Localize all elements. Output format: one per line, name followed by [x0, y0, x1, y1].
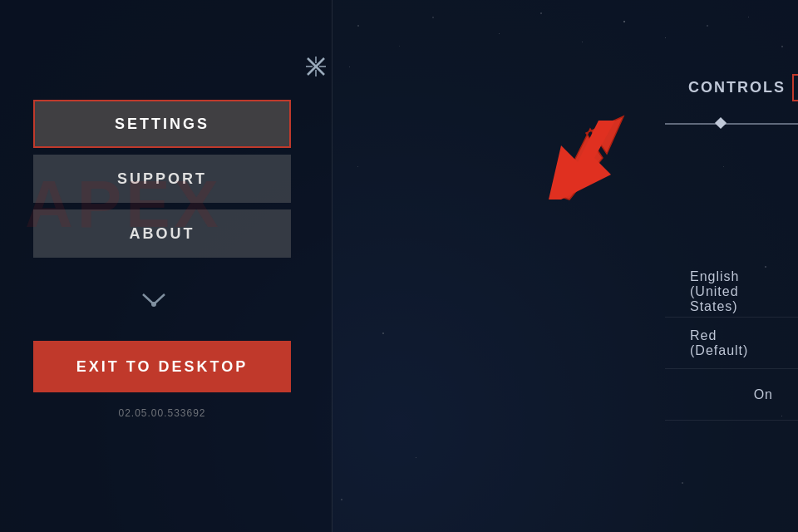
toggle-value: On [754, 387, 773, 402]
exit-to-desktop-button[interactable]: EXIT TO DESKTOP [33, 341, 291, 392]
tab-line [665, 123, 798, 125]
left-panel: APEX SETTINGS SUPPORT ABOUT EXIT [0, 0, 332, 532]
crosshair-close-icon [304, 55, 328, 78]
settings-row-color: Red (Default) [665, 318, 798, 369]
red-arrow-svg [515, 112, 632, 204]
tab-controls[interactable]: CONTROLS [682, 76, 792, 100]
watermark: APEX [25, 166, 223, 243]
svg-point-9 [151, 302, 156, 307]
color-value: Red (Default) [690, 328, 773, 358]
settings-row-language: English (United States) [665, 266, 798, 318]
chevron-down-icon [137, 283, 170, 316]
svg-marker-20 [549, 121, 615, 200]
settings-rows: English (United States) Red (Default) On [665, 266, 798, 421]
version-label: 02.05.00.533692 [33, 407, 291, 419]
tabs-container: CONTROLS CROSSHAIR VIDEO [665, 58, 798, 116]
tab-crosshair[interactable]: CROSSHAIR [792, 74, 798, 101]
menu-item-settings[interactable]: SETTINGS [33, 100, 291, 148]
settings-row-toggle: On [665, 369, 798, 421]
arrow-annotation [515, 112, 615, 195]
right-panel: CONTROLS CROSSHAIR VIDEO [332, 0, 798, 532]
language-value: English (United States) [690, 269, 773, 314]
tab-diamond-controls [715, 117, 727, 129]
close-button[interactable] [299, 50, 332, 83]
